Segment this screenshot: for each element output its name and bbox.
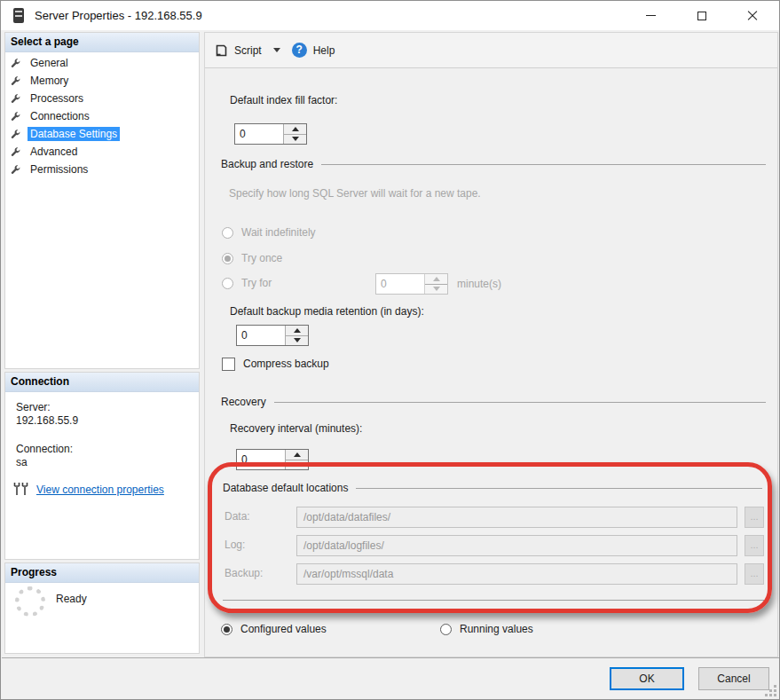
spin-down-button xyxy=(425,284,447,295)
close-button[interactable] xyxy=(735,1,770,30)
compress-backup-row: Compress backup xyxy=(222,357,329,371)
server-label: Server: xyxy=(16,401,51,413)
connection-panel: Connection xyxy=(4,372,200,560)
connection-label: Connection: xyxy=(16,443,73,455)
radio-icon xyxy=(222,253,233,264)
minimize-button[interactable] xyxy=(633,1,668,30)
maximize-button[interactable] xyxy=(684,1,720,30)
sidebar-item-label: Connections xyxy=(28,109,92,123)
radio-icon xyxy=(440,624,452,635)
section-divider xyxy=(223,600,764,601)
script-dropdown-icon[interactable] xyxy=(273,48,280,52)
recovery-interval-spinner[interactable]: 0 xyxy=(236,449,309,470)
radio-try-once: Try once xyxy=(222,251,282,265)
window-title: Server Properties - 192.168.55.9 xyxy=(35,1,202,30)
group-title: Database default locations xyxy=(223,482,348,494)
cancel-button[interactable]: Cancel xyxy=(698,667,769,690)
sidebar-item-permissions[interactable]: Permissions xyxy=(10,161,194,178)
backup-browse-button: ... xyxy=(745,563,764,585)
retention-value: 0 xyxy=(237,326,285,345)
sidebar-item-label: Memory xyxy=(28,74,71,88)
radio-icon xyxy=(222,227,233,239)
recovery-group-header: Recovery xyxy=(221,396,766,408)
spin-up-button xyxy=(425,274,447,284)
sidebar-item-processors[interactable]: Processors xyxy=(10,90,194,107)
server-icon xyxy=(13,8,24,23)
recovery-interval-value: 0 xyxy=(237,450,285,469)
wrench-icon xyxy=(10,93,21,105)
script-button[interactable]: Script xyxy=(234,44,262,57)
sidebar-item-advanced[interactable]: Advanced xyxy=(10,143,194,161)
select-a-page-header: Select a page xyxy=(5,33,199,52)
wrench-icon xyxy=(10,146,21,158)
script-icon xyxy=(214,43,228,58)
spin-up-button[interactable] xyxy=(284,124,306,134)
fill-factor-spinner[interactable]: 0 xyxy=(234,123,307,145)
radio-running-values[interactable]: Running values xyxy=(440,622,533,636)
view-connection-properties-link[interactable]: View connection properties xyxy=(36,484,164,496)
sidebar-item-memory[interactable]: Memory xyxy=(10,72,194,90)
fill-factor-value: 0 xyxy=(235,124,283,144)
spin-up-button[interactable] xyxy=(286,326,308,335)
try-for-value: 0 xyxy=(376,274,424,294)
radio-configured-values[interactable]: Configured values xyxy=(221,622,327,636)
sidebar-item-label: Advanced xyxy=(28,145,80,159)
try-for-spinner: 0 xyxy=(375,273,448,295)
help-button[interactable]: Help xyxy=(313,44,335,57)
radio-icon xyxy=(221,624,232,635)
wrench-icon xyxy=(10,129,21,140)
sidebar-item-connections[interactable]: Connections xyxy=(10,107,194,125)
radio-icon xyxy=(222,278,233,289)
fill-factor-label: Default index fill factor: xyxy=(230,94,337,106)
group-rule xyxy=(356,488,762,489)
title-bar: Server Properties - 192.168.55.9 xyxy=(1,1,779,30)
sidebar-item-database-settings[interactable]: Database Settings xyxy=(10,125,194,143)
server-value: 192.168.55.9 xyxy=(16,414,78,427)
data-location-label: Data: xyxy=(225,510,250,523)
spin-down-button[interactable] xyxy=(284,134,306,145)
wrench-icon xyxy=(10,164,21,176)
toolbar: Script ? Help xyxy=(205,33,777,68)
progress-spinner-icon xyxy=(15,586,45,617)
wrench-icon xyxy=(10,75,21,87)
group-title: Backup and restore xyxy=(221,158,313,170)
connection-properties-icon xyxy=(13,482,31,496)
retention-spinner[interactable]: 0 xyxy=(236,325,309,346)
connection-value: sa xyxy=(16,456,28,468)
radio-wait-indefinitely: Wait indefinitely xyxy=(222,225,316,240)
compress-backup-label: Compress backup xyxy=(243,358,329,370)
try-for-unit-label: minute(s) xyxy=(457,278,501,290)
sidebar-item-label: Permissions xyxy=(28,162,91,177)
ok-button[interactable]: OK xyxy=(610,667,684,690)
server-properties-dialog: Server Properties - 192.168.55.9 Select … xyxy=(0,0,780,700)
maximize-icon xyxy=(697,12,706,20)
recovery-interval-label: Recovery interval (minutes): xyxy=(230,422,362,435)
retention-label: Default backup media retention (in days)… xyxy=(230,305,424,318)
log-location-field: /opt/data/logfiles/ xyxy=(296,535,737,556)
log-location-label: Log: xyxy=(225,539,245,551)
spin-down-button[interactable] xyxy=(286,460,308,470)
compress-backup-checkbox[interactable] xyxy=(222,358,235,371)
sidebar-item-label: General xyxy=(28,56,71,70)
sidebar-item-general[interactable]: General xyxy=(10,54,194,72)
progress-header: Progress xyxy=(5,563,199,583)
wrench-icon xyxy=(10,111,21,122)
spin-up-button[interactable] xyxy=(286,450,308,460)
group-rule xyxy=(274,402,766,403)
spin-down-button[interactable] xyxy=(286,335,308,346)
default-locations-group-header: Database default locations xyxy=(223,482,762,494)
radio-try-for: Try for xyxy=(222,276,272,290)
backup-location-field: /var/opt/mssql/data xyxy=(296,563,737,585)
group-title: Recovery xyxy=(221,396,266,408)
resize-grip[interactable] xyxy=(764,684,776,696)
group-rule xyxy=(321,164,766,165)
wrench-icon xyxy=(10,58,21,69)
backup-restore-group-header: Backup and restore xyxy=(221,158,766,170)
sidebar-item-label: Processors xyxy=(28,91,86,106)
backup-location-label: Backup: xyxy=(225,567,263,579)
minimize-icon xyxy=(646,15,656,16)
sidebar-item-label: Database Settings xyxy=(28,127,120,141)
data-location-field: /opt/data/datafiles/ xyxy=(296,507,737,528)
connection-header: Connection xyxy=(5,373,199,392)
tape-wait-description: Specify how long SQL Server will wait fo… xyxy=(229,187,481,200)
